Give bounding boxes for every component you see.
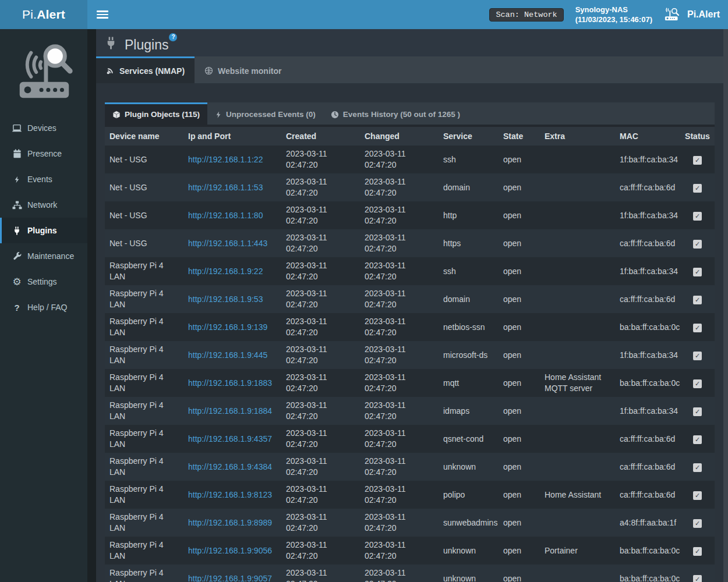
cell-created: 2023-03-11 02:47:20 <box>281 565 360 582</box>
sidebar-item-label: Plugins <box>27 226 57 235</box>
table-row[interactable]: Raspberry Pi 4 LAN http://192.168.1.9:22… <box>105 257 715 285</box>
cell-state: open <box>499 537 540 565</box>
table-row[interactable]: Raspberry Pi 4 LAN http://192.168.1.9:18… <box>105 397 715 425</box>
ip-port-link[interactable]: http://192.168.1.9:9057 <box>188 574 272 582</box>
cell-extra <box>540 509 615 537</box>
ip-port-link[interactable]: http://192.168.1.9:22 <box>188 267 263 276</box>
ip-port-link[interactable]: http://192.168.1.9:4384 <box>188 462 272 471</box>
navbar-brand-text: Pi.Alert <box>687 9 720 20</box>
sidebar-item-label: Settings <box>27 277 57 286</box>
cell-device-name: Raspberry Pi 4 LAN <box>105 565 183 582</box>
sidebar-toggle-icon[interactable] <box>97 10 108 19</box>
cell-service: microsoft-ds <box>439 341 499 369</box>
ip-port-link[interactable]: http://192.168.1.1:22 <box>188 155 263 164</box>
tab-events-history[interactable]: Events History (50 out of 1265 ) <box>323 102 468 125</box>
sidebar-item-events[interactable]: Events <box>0 166 87 192</box>
table-row[interactable]: Raspberry Pi 4 LAN http://192.168.1.9:81… <box>105 481 715 509</box>
status-checkbox[interactable]: ✓ <box>693 407 702 416</box>
column-header-extra[interactable]: Extra <box>540 127 615 146</box>
sidebar: Devices Presence Events Network Plugins … <box>0 29 87 582</box>
ip-port-link[interactable]: http://192.168.1.1:80 <box>188 211 263 220</box>
column-header-ip-and-port[interactable]: Ip and Port <box>183 127 281 146</box>
table-row[interactable]: Net - USG http://192.168.1.1:443 2023-03… <box>105 229 715 257</box>
sidebar-item-plugins[interactable]: Plugins <box>0 218 87 243</box>
cell-created: 2023-03-11 02:47:20 <box>281 313 360 341</box>
ip-port-link[interactable]: http://192.168.1.9:139 <box>188 322 267 332</box>
cell-device-name: Raspberry Pi 4 LAN <box>105 509 183 537</box>
status-checkbox[interactable]: ✓ <box>693 435 702 444</box>
cell-created: 2023-03-11 02:47:20 <box>281 509 360 537</box>
table-row[interactable]: Raspberry Pi 4 LAN http://192.168.1.9:43… <box>105 453 715 481</box>
table-row[interactable]: Net - USG http://192.168.1.1:80 2023-03-… <box>105 201 715 229</box>
status-checkbox[interactable]: ✓ <box>693 575 702 582</box>
column-header-created[interactable]: Created <box>281 127 360 146</box>
status-checkbox[interactable]: ✓ <box>693 352 702 360</box>
sidebar-item-network[interactable]: Network <box>0 192 87 218</box>
column-header-service[interactable]: Service <box>439 127 499 146</box>
status-checkbox[interactable]: ✓ <box>693 240 702 249</box>
table-row[interactable]: Raspberry Pi 4 LAN http://192.168.1.9:18… <box>105 369 715 397</box>
table-row[interactable]: Raspberry Pi 4 LAN http://192.168.1.9:90… <box>105 537 715 565</box>
status-checkbox[interactable]: ✓ <box>693 156 702 165</box>
app-logo[interactable]: Pi.Alert <box>0 0 87 29</box>
status-checkbox[interactable]: ✓ <box>693 324 702 332</box>
table-row[interactable]: Raspberry Pi 4 LAN http://192.168.1.9:53… <box>105 285 715 313</box>
ip-port-link[interactable]: http://192.168.1.9:8123 <box>188 490 272 499</box>
table-row[interactable]: Raspberry Pi 4 LAN http://192.168.1.9:44… <box>105 341 715 369</box>
calendar-icon <box>10 149 23 158</box>
ip-port-link[interactable]: http://192.168.1.9:1884 <box>188 406 272 416</box>
cell-changed: 2023-03-11 02:47:20 <box>360 146 439 173</box>
ip-port-link[interactable]: http://192.168.1.1:53 <box>188 183 263 192</box>
cell-changed: 2023-03-11 02:47:20 <box>360 257 439 285</box>
status-checkbox[interactable]: ✓ <box>693 519 702 528</box>
column-header-changed[interactable]: Changed <box>360 127 439 146</box>
sidebar-item-devices[interactable]: Devices <box>0 115 87 141</box>
status-checkbox[interactable]: ✓ <box>693 212 702 221</box>
status-checkbox[interactable]: ✓ <box>693 547 702 556</box>
tab-website-monitor[interactable]: Website monitor <box>195 56 291 83</box>
sidebar-item-presence[interactable]: Presence <box>0 141 87 166</box>
cell-created: 2023-03-11 02:47:20 <box>281 481 360 509</box>
tab-plugin-objects[interactable]: Plugin Objects (115) <box>105 102 207 125</box>
table-row[interactable]: Raspberry Pi 4 LAN http://192.168.1.9:89… <box>105 509 715 537</box>
cell-created: 2023-03-11 02:47:20 <box>281 425 360 453</box>
column-header-mac[interactable]: MAC <box>615 127 680 146</box>
tab-label: Services (NMAP) <box>119 66 185 76</box>
status-checkbox[interactable]: ✓ <box>693 296 702 304</box>
status-checkbox[interactable]: ✓ <box>693 268 702 276</box>
table-row[interactable]: Raspberry Pi 4 LAN http://192.168.1.9:90… <box>105 565 715 582</box>
ip-port-link[interactable]: http://192.168.1.9:4357 <box>188 434 272 443</box>
cell-changed: 2023-03-11 02:47:20 <box>360 537 439 565</box>
vertical-scrollbar[interactable] <box>723 29 728 582</box>
ip-port-link[interactable]: http://192.168.1.9:9056 <box>188 546 272 555</box>
app-logo-bold: Alert <box>37 8 65 22</box>
status-checkbox[interactable]: ✓ <box>693 184 702 193</box>
tab-unprocessed-events[interactable]: Unprocessed Events (0) <box>207 102 323 125</box>
ip-port-link[interactable]: http://192.168.1.9:445 <box>188 350 267 360</box>
table-row[interactable]: Net - USG http://192.168.1.1:53 2023-03-… <box>105 173 715 201</box>
ip-port-link[interactable]: http://192.168.1.9:8989 <box>188 518 272 527</box>
status-checkbox[interactable]: ✓ <box>693 463 702 472</box>
sidebar-item-help-faq[interactable]: ? Help / FAQ <box>0 294 87 320</box>
ip-port-link[interactable]: http://192.168.1.9:53 <box>188 294 263 304</box>
table-row[interactable]: Raspberry Pi 4 LAN http://192.168.1.9:13… <box>105 313 715 341</box>
cell-extra <box>540 313 615 341</box>
bolt-icon <box>215 111 222 119</box>
status-checkbox[interactable]: ✓ <box>693 491 702 500</box>
cell-state: open <box>499 397 540 425</box>
table-row[interactable]: Raspberry Pi 4 LAN http://192.168.1.9:43… <box>105 425 715 453</box>
satellite-dish-icon <box>106 66 115 75</box>
cell-extra <box>540 257 615 285</box>
ip-port-link[interactable]: http://192.168.1.9:1883 <box>188 378 272 388</box>
column-header-device-name[interactable]: Device name <box>105 127 183 146</box>
column-header-state[interactable]: State <box>499 127 540 146</box>
status-checkbox[interactable]: ✓ <box>693 379 702 388</box>
sidebar-item-settings[interactable]: ⚙ Settings <box>0 269 87 294</box>
cell-device-name: Raspberry Pi 4 LAN <box>105 397 183 425</box>
sidebar-item-maintenance[interactable]: Maintenance <box>0 243 87 269</box>
table-row[interactable]: Net - USG http://192.168.1.1:22 2023-03-… <box>105 146 715 173</box>
column-header-status[interactable]: Status <box>680 127 715 146</box>
help-badge[interactable]: ? <box>169 33 177 41</box>
ip-port-link[interactable]: http://192.168.1.1:443 <box>188 239 267 248</box>
tab-services-nmap[interactable]: Services (NMAP) <box>96 56 195 83</box>
